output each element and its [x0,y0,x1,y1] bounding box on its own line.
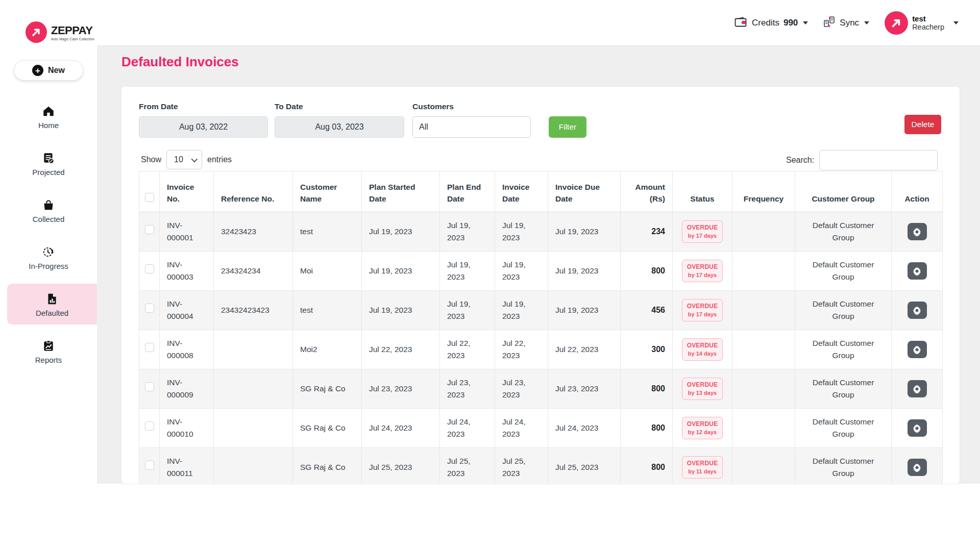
filter-button[interactable]: Filter [549,116,586,138]
defaulted-invoices-card: From Date To Date Customers Filter Delet… [121,87,960,484]
cell-customer_group: Default Customer Group [795,330,892,369]
cell-invoice_due: Jul 19, 2023 [548,212,621,252]
table-row: INV-000008Moi2Jul 22, 2023Jul 22, 2023Ju… [139,330,943,369]
cell-invoice_date: Jul 23, 2023 [495,369,548,409]
sidebar-item-home[interactable]: Home [0,96,97,137]
document-edit-icon [41,151,56,165]
column-header-plan_end[interactable]: Plan End Date [440,171,495,212]
new-button-label: New [48,66,65,75]
cell-amount: 800 [621,252,673,291]
column-header-status[interactable]: Status [673,171,732,212]
row-action-button[interactable] [908,341,927,358]
column-header-frequency[interactable]: Frequency [732,171,795,212]
sidebar-item-reports[interactable]: Reports [0,331,97,371]
cell-plan_end: Jul 23, 2023 [440,369,495,409]
row-checkbox[interactable] [145,461,154,470]
row-checkbox[interactable] [145,264,154,273]
row-checkbox[interactable] [145,421,154,431]
row-action-button[interactable] [908,223,927,240]
sidebar-item-in-progress[interactable]: In-Progress [0,237,97,278]
cell-customer_group: Default Customer Group [795,252,892,291]
sync-dropdown[interactable]: Sync [823,16,869,30]
show-label: Show [141,155,161,164]
cell-invoice_due: Jul 24, 2023 [548,409,621,448]
cell-plan_end: Jul 24, 2023 [440,409,495,448]
plus-icon: + [32,65,43,76]
cell-plan_started: Jul 23, 2023 [362,369,440,409]
column-header-customer_name[interactable]: Customer Name [293,171,362,212]
top-bar: Credits 990 Sync test Reacherp [97,0,980,46]
sidebar-item-projected[interactable]: Projected [0,143,97,184]
column-header-invoice_due[interactable]: Invoice Due Date [548,171,621,212]
cell-amount: 456 [621,291,673,330]
user-menu[interactable]: test Reacherp [885,11,959,35]
search-control: Search: [786,150,938,170]
row-action-button[interactable] [908,380,927,397]
table-row: INV-000011SG Raj & CoJul 25, 2023Jul 25,… [139,448,943,484]
cell-invoice_no: INV-000009 [160,369,214,409]
new-button[interactable]: + New [14,60,83,81]
credits-dropdown[interactable]: Credits 990 [734,16,808,30]
credits-label: Credits [752,18,779,28]
status-badge: OVERDUEby 14 days [682,338,723,361]
brand-logo[interactable]: ZEPPAY Auto Magic Cash Collection [0,0,97,43]
cell-invoice_no: INV-000010 [160,409,214,448]
from-date-input[interactable] [139,116,268,138]
sync-label: Sync [840,18,859,28]
row-checkbox[interactable] [145,382,154,391]
bag-icon [41,198,56,212]
page-size-select[interactable]: 10 [166,150,202,169]
gear-icon [912,306,922,315]
cell-invoice_date: Jul 24, 2023 [495,409,548,448]
cell-invoice_due: Jul 19, 2023 [548,291,621,330]
cell-frequency [732,330,795,369]
from-date-label: From Date [139,102,178,111]
select-all-checkbox[interactable] [145,193,154,202]
column-header-invoice_date[interactable]: Invoice Date [495,171,548,212]
search-input[interactable] [819,150,938,170]
cell-plan_started: Jul 22, 2023 [362,330,440,369]
row-checkbox[interactable] [145,343,154,352]
gear-icon [912,463,922,472]
column-header-customer_group[interactable]: Customer Group [795,171,892,212]
status-badge: OVERDUEby 17 days [682,220,723,243]
invoice-table-head: Invoice No.Reference No.Customer NamePla… [139,171,943,212]
row-checkbox[interactable] [145,304,154,313]
cell-customer_name: SG Raj & Co [293,448,362,484]
column-header-action[interactable]: Action [892,171,943,212]
sync-icon [823,16,836,30]
row-action-button[interactable] [908,262,927,280]
cell-invoice_due: Jul 25, 2023 [548,448,621,484]
gear-icon [912,266,922,276]
cell-reference_no: 23432423423 [214,291,293,330]
table-row: INV-000010SG Raj & CoJul 24, 2023Jul 24,… [139,409,943,448]
customers-label: Customers [412,102,454,111]
delete-button[interactable]: Delete [904,115,941,134]
customers-input[interactable] [412,116,531,138]
cell-invoice_date: Jul 22, 2023 [495,330,548,369]
cell-customer_name: Moi [293,252,362,291]
column-header-reference_no[interactable]: Reference No. [214,171,293,212]
column-header-invoice_no[interactable]: Invoice No. [160,171,214,212]
row-action-button[interactable] [908,302,927,319]
cell-invoice_no: INV-000008 [160,330,214,369]
row-action-button[interactable] [908,459,927,476]
cell-frequency [732,291,795,330]
cell-invoice_date: Jul 19, 2023 [495,212,548,252]
cell-reference_no: 32423423 [214,212,293,252]
page-title: Defaulted Invoices [121,54,239,70]
cell-customer_name: test [293,291,362,330]
status-badge: OVERDUEby 17 days [682,260,723,282]
column-header-amount[interactable]: Amount (Rs) [621,171,673,212]
row-checkbox[interactable] [145,225,154,234]
cell-plan_end: Jul 22, 2023 [440,330,495,369]
cell-customer_name: SG Raj & Co [293,409,362,448]
sidebar-item-defaulted[interactable]: Defaulted [7,284,97,324]
column-header-plan_started[interactable]: Plan Started Date [362,171,440,212]
sidebar-item-collected[interactable]: Collected [0,190,97,231]
cell-plan_end: Jul 19, 2023 [440,212,495,252]
cell-invoice_no: INV-000004 [160,291,214,330]
row-action-button[interactable] [908,419,927,437]
to-date-input[interactable] [275,116,404,138]
cell-customer_group: Default Customer Group [795,369,892,409]
